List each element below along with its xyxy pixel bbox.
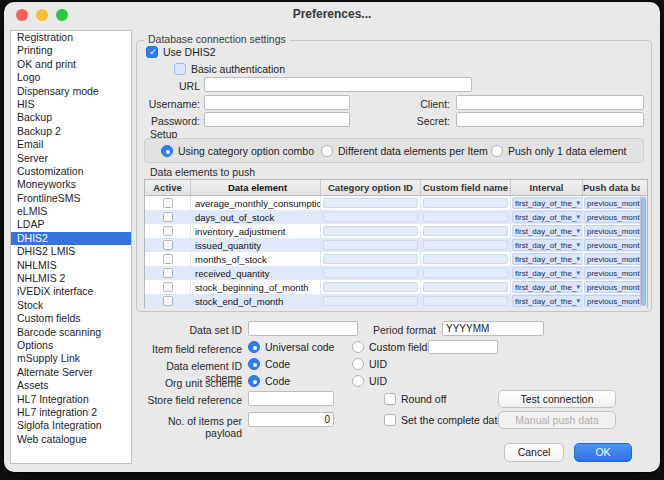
table-row[interactable]: stock_beginning_of_monthfirst_day_of_the…	[145, 280, 647, 294]
category-option-id-input[interactable]	[323, 198, 418, 208]
row-active-checkbox[interactable]	[163, 240, 173, 250]
column-header-custom-field-name[interactable]: Custom field name	[420, 180, 510, 195]
column-header-active[interactable]: Active	[145, 180, 190, 195]
row-active-checkbox[interactable]	[163, 254, 173, 264]
basic-auth-checkbox-icon[interactable]	[174, 63, 186, 75]
push-data-basis-dropdown[interactable]: previous_montl▾	[584, 239, 640, 251]
org-unit-scheme-code-radio[interactable]: Code	[248, 375, 290, 387]
interval-dropdown[interactable]: first_day_of_the_▾	[512, 211, 582, 223]
custom-field-name-input[interactable]	[423, 254, 508, 264]
row-active-checkbox[interactable]	[163, 212, 173, 222]
row-active-checkbox[interactable]	[163, 268, 173, 278]
category-option-id-input[interactable]	[323, 254, 418, 264]
sidebar-item-nhlmis-2[interactable]: NHLMIS 2	[11, 272, 131, 285]
setup-option-using-category-option-combo[interactable]: Using category option combo	[161, 145, 314, 157]
url-input[interactable]	[204, 77, 472, 92]
custom-field-name-input[interactable]	[423, 240, 508, 250]
category-option-id-input[interactable]	[323, 212, 418, 222]
custom-field-name-input[interactable]	[423, 212, 508, 222]
sidebar-item-email[interactable]: Email	[11, 138, 131, 151]
sidebar-item-backup-2[interactable]: Backup 2	[11, 125, 131, 138]
row-active-checkbox[interactable]	[163, 282, 173, 292]
client-input[interactable]	[456, 95, 644, 110]
push-data-basis-dropdown[interactable]: previous_montl▾	[584, 211, 640, 223]
table-row[interactable]: received_quantityfirst_day_of_the_▾previ…	[145, 266, 647, 280]
push-data-basis-dropdown[interactable]: previous_montl▾	[584, 225, 640, 237]
table-scrollbar-thumb[interactable]	[641, 197, 646, 306]
row-active-checkbox[interactable]	[163, 296, 173, 306]
sidebar-item-logo[interactable]: Logo	[11, 71, 131, 84]
table-row[interactable]: average_monthly_consumptionfirst_day_of_…	[145, 196, 647, 210]
column-header-data-element[interactable]: Data element	[190, 180, 320, 195]
username-input[interactable]	[204, 95, 350, 110]
interval-dropdown[interactable]: first_day_of_the_▾	[512, 281, 582, 293]
custom-field-name-input[interactable]	[423, 282, 508, 292]
custom-field-name-input[interactable]	[423, 268, 508, 278]
round-off-checkbox[interactable]: Round off	[384, 393, 446, 405]
data-element-scheme-code-radio[interactable]: Code	[248, 358, 290, 370]
category-option-id-input[interactable]	[323, 268, 418, 278]
org-unit-scheme-code-radio-icon[interactable]	[248, 375, 260, 387]
interval-dropdown[interactable]: first_day_of_the_▾	[512, 253, 582, 265]
org-unit-scheme-uid-radio[interactable]: UID	[352, 375, 387, 387]
sidebar-item-dispensary-mode[interactable]: Dispensary mode	[11, 85, 131, 98]
sidebar-item-nhlmis[interactable]: NHLMIS	[11, 259, 131, 272]
push-data-basis-dropdown[interactable]: previous_montl▾	[584, 295, 640, 307]
sidebar-item-barcode-scanning[interactable]: Barcode scanning	[11, 326, 131, 339]
category-option-id-input[interactable]	[323, 282, 418, 292]
column-header-interval[interactable]: Interval	[510, 180, 582, 195]
universal-code-radio-icon[interactable]	[248, 341, 260, 353]
test-connection-button[interactable]: Test connection	[498, 390, 616, 408]
sidebar-item-printing[interactable]: Printing	[11, 44, 131, 57]
custom-field-input[interactable]	[428, 340, 498, 354]
sidebar-item-hl7-integration-2[interactable]: HL7 integration 2	[11, 406, 131, 419]
setup-option-different-data-elements-per-item[interactable]: Different data elements per Item	[321, 145, 488, 157]
sidebar-item-customization[interactable]: Customization	[11, 165, 131, 178]
radio-icon[interactable]	[491, 145, 503, 157]
category-option-id-input[interactable]	[323, 240, 418, 250]
sidebar-item-stock[interactable]: Stock	[11, 299, 131, 312]
custom-field-name-input[interactable]	[423, 226, 508, 236]
interval-dropdown[interactable]: first_day_of_the_▾	[512, 225, 582, 237]
data-element-scheme-uid-radio-icon[interactable]	[352, 358, 364, 370]
radio-icon[interactable]	[161, 145, 173, 157]
sidebar-item-frontlinesms[interactable]: FrontlineSMS	[11, 192, 131, 205]
radio-icon[interactable]	[321, 145, 333, 157]
sidebar-item-elmis[interactable]: eLMIS	[11, 205, 131, 218]
org-unit-scheme-uid-radio-icon[interactable]	[352, 375, 364, 387]
sidebar-item-siglofa-integration[interactable]: Siglofa Integration	[11, 419, 131, 432]
push-data-basis-dropdown[interactable]: previous_montl▾	[584, 197, 640, 209]
set-complete-date-checkbox[interactable]: Set the complete date	[384, 414, 503, 426]
set-complete-date-checkbox-icon[interactable]	[384, 414, 396, 426]
sidebar-item-hl7-integration[interactable]: HL7 Integration	[11, 393, 131, 406]
data-element-scheme-code-radio-icon[interactable]	[248, 358, 260, 370]
sidebar-item-assets[interactable]: Assets	[11, 379, 131, 392]
data-set-id-input[interactable]	[248, 321, 358, 336]
round-off-checkbox-icon[interactable]	[384, 393, 396, 405]
sidebar-item-dhis2-lmis[interactable]: DHIS2 LMIS	[11, 245, 131, 258]
sidebar-item-ldap[interactable]: LDAP	[11, 218, 131, 231]
table-row[interactable]: inventory_adjustmentfirst_day_of_the_▾pr…	[145, 224, 647, 238]
custom-field-radio-icon[interactable]	[352, 341, 364, 353]
secret-input[interactable]	[456, 112, 644, 127]
interval-dropdown[interactable]: first_day_of_the_▾	[512, 197, 582, 209]
row-active-checkbox[interactable]	[163, 198, 173, 208]
sidebar-item-ok-and-print[interactable]: OK and print	[11, 58, 131, 71]
sidebar-item-backup[interactable]: Backup	[11, 111, 131, 124]
sidebar-item-custom-fields[interactable]: Custom fields	[11, 312, 131, 325]
interval-dropdown[interactable]: first_day_of_the_▾	[512, 239, 582, 251]
data-element-scheme-uid-radio[interactable]: UID	[352, 358, 387, 370]
category-option-id-input[interactable]	[323, 296, 418, 306]
table-row[interactable]: issued_quantityfirst_day_of_the_▾previou…	[145, 238, 647, 252]
column-header-push-data-basis[interactable]: Push data basis	[582, 180, 640, 195]
sidebar-item-msupply-link[interactable]: mSupply Link	[11, 352, 131, 365]
period-format-input[interactable]	[442, 321, 544, 336]
sidebar-item-web-catalogue[interactable]: Web catalogue	[11, 433, 131, 446]
password-input[interactable]	[204, 112, 350, 127]
push-data-basis-dropdown[interactable]: previous_montl▾	[584, 267, 640, 279]
category-option-id-input[interactable]	[323, 226, 418, 236]
sidebar-item-registration[interactable]: Registration	[11, 31, 131, 44]
interval-dropdown[interactable]: first_day_of_the_▾	[512, 295, 582, 307]
interval-dropdown[interactable]: first_day_of_the_▾	[512, 267, 582, 279]
table-scrollbar[interactable]	[640, 196, 647, 307]
